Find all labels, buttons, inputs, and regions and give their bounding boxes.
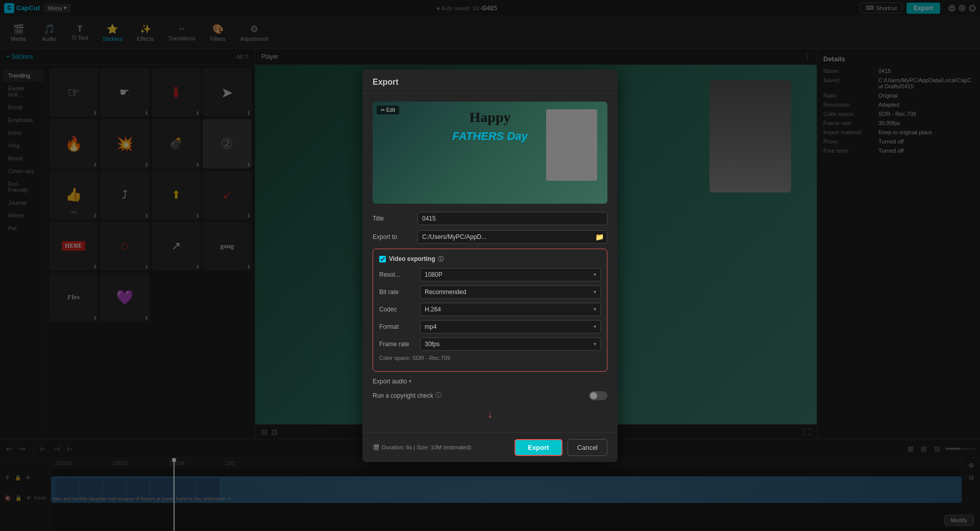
frame-rate-select[interactable]: 30fps 24fps 60fps ▾	[420, 337, 601, 351]
toggle-thumb	[590, 392, 597, 399]
export-modal: Export Happy FATHERS Day ✏ Edit Title Ex…	[362, 69, 618, 462]
export-to-row: Export to 📁	[373, 230, 607, 244]
duration-info: 🎬 Duration: 6s | Size: 10M (estimated)	[373, 444, 471, 451]
video-export-label: Video exporting	[389, 255, 435, 262]
resolution-dropdown[interactable]: 1080P 720P 4K	[425, 271, 594, 278]
codec-row: Codec H.264 H.265 ▾	[379, 303, 601, 316]
modal-body: Happy FATHERS Day ✏ Edit Title Export to…	[362, 93, 618, 432]
codec-select[interactable]: H.264 H.265 ▾	[420, 303, 601, 316]
modal-actions: Export Cancel	[514, 439, 607, 456]
chevron-down-icon: ▾	[594, 306, 596, 312]
bitrate-dropdown[interactable]: Recommended Low High	[425, 288, 594, 296]
copyright-info-icon: ⓘ	[435, 391, 442, 400]
codec-dropdown[interactable]: H.264 H.265	[425, 306, 594, 313]
modal-title: Export	[373, 78, 399, 86]
export-path-field[interactable]	[418, 231, 592, 243]
bitrate-label: Bit rate	[379, 288, 420, 296]
export-audio-row[interactable]: Export audio ▾	[373, 378, 607, 385]
arrow-indicator: ↓	[373, 408, 607, 420]
title-row: Title	[373, 212, 607, 225]
chevron-down-icon: ▾	[594, 324, 596, 329]
video-export-checkbox[interactable]	[379, 256, 386, 262]
modal-footer: 🎬 Duration: 6s | Size: 10M (estimated) E…	[362, 432, 618, 462]
cancel-button[interactable]: Cancel	[568, 439, 607, 456]
chevron-down-icon: ▾	[594, 289, 596, 295]
info-icon: ⓘ	[438, 255, 444, 263]
copyright-label: Run a copyright check ⓘ	[373, 391, 585, 400]
frame-rate-label: Frame rate	[379, 341, 420, 348]
format-label: Format	[379, 323, 420, 330]
copyright-text: Run a copyright check	[373, 392, 433, 399]
section-header: Video exporting ⓘ	[379, 255, 601, 263]
edit-preview-button[interactable]: ✏ Edit	[377, 106, 399, 114]
bitrate-select[interactable]: Recommended Low High ▾	[420, 285, 601, 299]
video-file-icon: 🎬	[373, 444, 380, 451]
duration-text: Duration: 6s | Size: 10M (estimated)	[382, 444, 471, 450]
modal-overlay: Export Happy FATHERS Day ✏ Edit Title Ex…	[0, 0, 980, 531]
modal-header: Export	[362, 69, 618, 93]
chevron-down-icon: ▾	[594, 272, 596, 277]
color-space-info: Color space: SDR - Rec.709	[379, 355, 601, 361]
copyright-toggle[interactable]	[589, 391, 607, 400]
chevron-down-icon: ▾	[594, 341, 596, 347]
chevron-down-icon: ▾	[409, 378, 411, 384]
format-dropdown[interactable]: mp4 mov	[425, 323, 594, 330]
bitrate-row: Bit rate Recommended Low High ▾	[379, 285, 601, 299]
resolution-select[interactable]: 1080P 720P 4K ▾	[420, 268, 601, 281]
format-row: Format mp4 mov ▾	[379, 320, 601, 333]
frame-rate-dropdown[interactable]: 30fps 24fps 60fps	[425, 341, 594, 348]
browse-folder-button[interactable]: 📁	[592, 231, 607, 243]
title-input[interactable]	[418, 212, 607, 225]
export-audio-label: Export audio	[373, 378, 407, 385]
frame-rate-row: Frame rate 30fps 24fps 60fps ▾	[379, 337, 601, 351]
video-export-section: Video exporting ⓘ Resol... 1080P 720P 4K…	[373, 249, 607, 372]
resolution-label: Resol...	[379, 271, 420, 278]
title-label: Title	[373, 215, 413, 222]
export-confirm-button[interactable]: Export	[514, 439, 562, 456]
export-path-input: 📁	[418, 230, 607, 244]
copyright-row: Run a copyright check ⓘ	[373, 391, 607, 400]
resolution-row: Resol... 1080P 720P 4K ▾	[379, 268, 601, 281]
export-to-label: Export to	[373, 233, 413, 240]
format-select[interactable]: mp4 mov ▾	[420, 320, 601, 333]
codec-label: Codec	[379, 306, 420, 313]
preview-area: Happy FATHERS Day ✏ Edit	[373, 102, 607, 204]
